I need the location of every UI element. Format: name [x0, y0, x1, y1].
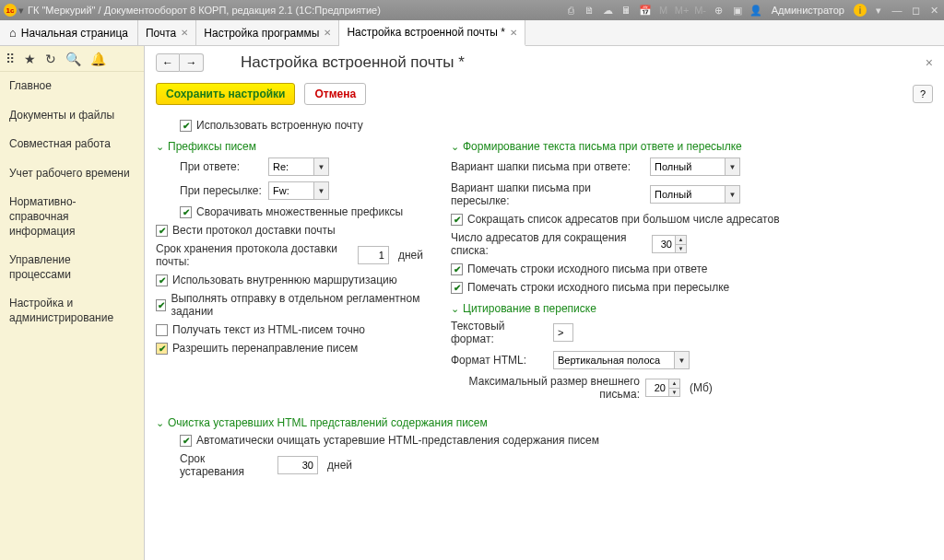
fwd-prefix-input[interactable] [269, 182, 313, 199]
calculator-icon[interactable]: 🖩 [620, 4, 633, 17]
html-text-checkbox[interactable] [156, 324, 168, 336]
sidebar-item-docs[interactable]: Документы и файлы [0, 101, 144, 131]
shorten-checkbox[interactable] [451, 214, 463, 226]
tab-home-label: Начальная страница [21, 27, 128, 40]
retention-input[interactable] [358, 246, 389, 264]
fwd-hdr-label: Вариант шапки письма при пересылке: [451, 181, 644, 207]
collapse-prefix-checkbox[interactable] [180, 206, 192, 218]
user-icon: 👤 [749, 4, 762, 17]
sidebar-item-admin[interactable]: Настройка и администрирование [0, 289, 144, 332]
tab-program-settings[interactable]: Настройка программы✕ [196, 20, 339, 45]
document-icon[interactable]: 🗎 [584, 4, 596, 17]
age-input[interactable] [277, 456, 318, 474]
age-label: Срок устаревания [180, 452, 272, 478]
chevron-down-icon[interactable]: ▼ [313, 158, 328, 175]
m-minus-icon[interactable]: M- [694, 4, 707, 17]
use-mail-checkbox[interactable] [180, 120, 192, 132]
mark-fwd-checkbox[interactable] [451, 282, 463, 294]
spin-up-icon[interactable]: ▲ [676, 236, 686, 245]
reply-hdr-label: Вариант шапки письма при ответе: [451, 160, 644, 173]
tab-mail[interactable]: Почта✕ [138, 20, 196, 45]
spin-up-icon[interactable]: ▲ [669, 379, 679, 389]
forward-button[interactable]: → [180, 53, 204, 72]
fwd-prefix-label: При пересылке: [180, 184, 263, 197]
close-window-icon[interactable]: ✕ [927, 4, 940, 17]
user-name[interactable]: Администратор [772, 5, 844, 16]
save-button[interactable]: Сохранить настройки [156, 83, 295, 105]
window-title: ГК "Меркурий" / Документооборот 8 КОРП, … [28, 5, 565, 16]
zoom-icon[interactable]: ⊕ [713, 4, 726, 17]
m-plus-icon[interactable]: M+ [676, 4, 689, 17]
section-format[interactable]: Формирование текста письма при ответе и … [451, 134, 783, 155]
panel-icon[interactable]: ▣ [731, 4, 744, 17]
fwd-hdr-combo[interactable]: ▼ [650, 185, 740, 204]
mark-reply-checkbox[interactable] [451, 263, 463, 275]
redirect-checkbox[interactable] [156, 343, 168, 355]
auto-cleanup-checkbox[interactable] [180, 435, 192, 447]
cancel-button[interactable]: Отмена [304, 83, 366, 105]
section-prefixes[interactable]: Префиксы писем [156, 134, 423, 155]
html-fmt-label: Формат HTML: [451, 354, 548, 367]
html-fmt-combo[interactable]: ▼ [553, 351, 690, 369]
calendar-icon[interactable]: 📅 [639, 4, 652, 17]
text-fmt-combo[interactable] [553, 323, 573, 342]
count-label: Число адресатов для сокращения списка: [451, 231, 646, 257]
star-icon[interactable]: ★ [24, 52, 36, 66]
chevron-down-icon[interactable]: ▼ [725, 186, 739, 203]
window-title-bar: 1c ▾ ГК "Меркурий" / Документооборот 8 К… [0, 0, 944, 20]
reglament-checkbox[interactable] [156, 299, 166, 311]
sidebar: ⠿ ★ ↻ 🔍 🔔 Главное Документы и файлы Совм… [0, 46, 145, 560]
home-icon: ⌂ [9, 26, 17, 40]
sidebar-item-time[interactable]: Учет рабочего времени [0, 159, 144, 189]
reply-prefix-combo[interactable]: ▼ [268, 158, 329, 176]
close-icon[interactable]: ✕ [510, 28, 517, 38]
sidebar-item-collab[interactable]: Совместная работа [0, 130, 144, 159]
count-input[interactable]: ▲▼ [652, 235, 687, 253]
tabs-bar: ⌂ Начальная страница Почта✕ Настройка пр… [0, 20, 944, 46]
bell-icon[interactable]: 🔔 [90, 52, 106, 66]
spin-down-icon[interactable]: ▼ [676, 245, 686, 253]
tab-home[interactable]: ⌂ Начальная страница [0, 20, 138, 45]
spin-down-icon[interactable]: ▼ [669, 389, 679, 397]
retention-label: Срок хранения протокола доставки почты: [156, 242, 352, 268]
max-size-label: Максимальный размер внешнего письма: [451, 375, 640, 401]
print-icon[interactable]: ⎙ [565, 4, 578, 17]
use-mail-label: Использовать встроенную почту [196, 119, 363, 132]
reply-prefix-label: При ответе: [180, 160, 263, 173]
sidebar-item-ref[interactable]: Нормативно-справочная информация [0, 188, 144, 246]
chevron-down-icon[interactable]: ▼ [674, 352, 689, 368]
back-button[interactable]: ← [156, 53, 180, 72]
page-title: Настройка встроенной почты * [241, 53, 926, 72]
flag-icon[interactable]: M [657, 4, 670, 17]
text-fmt-label: Текстовый формат: [451, 320, 548, 345]
content-area: ← → Настройка встроенной почты * × Сохра… [145, 46, 944, 560]
section-cleanup[interactable]: Очистка устаревших HTML представлений со… [156, 411, 933, 431]
routing-checkbox[interactable] [156, 274, 168, 286]
tab-mail-settings[interactable]: Настройка встроенной почты *✕ [339, 20, 525, 46]
help-button[interactable]: ? [913, 85, 933, 103]
max-size-input[interactable]: ▲▼ [645, 379, 680, 397]
sidebar-item-proc[interactable]: Управление процессами [0, 246, 144, 289]
app-logo-icon: 1c [4, 4, 17, 17]
reply-prefix-input[interactable] [269, 158, 313, 175]
chevron-down-icon[interactable]: ▼ [313, 182, 328, 199]
sidebar-toolbar: ⠿ ★ ↻ 🔍 🔔 [0, 46, 144, 72]
cloud-icon[interactable]: ☁ [602, 4, 615, 17]
chevron-down-icon[interactable]: ▼ [725, 158, 739, 175]
fwd-prefix-combo[interactable]: ▼ [268, 181, 329, 200]
close-page-icon[interactable]: × [926, 55, 933, 70]
info-dd-icon[interactable]: ▾ [872, 4, 885, 17]
close-icon[interactable]: ✕ [181, 28, 188, 38]
app-menu-dropdown-icon[interactable]: ▾ [18, 5, 28, 17]
maximize-icon[interactable]: ◻ [909, 4, 922, 17]
sidebar-item-main[interactable]: Главное [0, 72, 144, 101]
minimize-icon[interactable]: — [891, 4, 903, 17]
info-icon[interactable]: i [854, 4, 867, 17]
close-icon[interactable]: ✕ [324, 28, 331, 38]
grid-icon[interactable]: ⠿ [6, 52, 15, 66]
history-icon[interactable]: ↻ [45, 52, 56, 66]
reply-hdr-combo[interactable]: ▼ [650, 158, 740, 176]
search-icon[interactable]: 🔍 [65, 52, 81, 66]
protocol-checkbox[interactable] [156, 225, 168, 237]
section-quote[interactable]: Цитирование в переписке [451, 297, 783, 317]
